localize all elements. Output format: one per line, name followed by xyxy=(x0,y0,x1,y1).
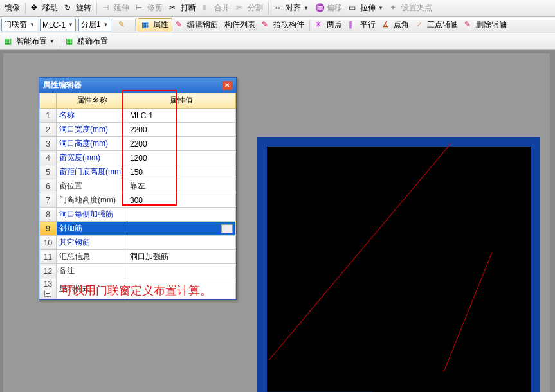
table-row[interactable]: 8洞口每侧加强筋 xyxy=(40,208,236,222)
attributes-icon: ▦ xyxy=(141,20,152,30)
propvalue-cell[interactable]: 靠左 xyxy=(127,179,236,193)
rebar-icon: ✎ xyxy=(176,20,186,30)
propname-cell: 窗距门底高度(mm) xyxy=(57,165,127,179)
stretch-icon: ▭ xyxy=(349,3,359,13)
move-button[interactable]: ✥移动 xyxy=(28,1,60,15)
threepoint-icon: ⟋ xyxy=(415,20,426,30)
align-button[interactable]: ↔对齐▼ xyxy=(271,1,311,15)
merge-icon: ⫴ xyxy=(203,3,213,13)
propvalue-cell[interactable] xyxy=(127,208,236,222)
property-grid: 属性名称 属性值 1名称MLC-12洞口宽度(mm)22003洞口高度(mm)2… xyxy=(39,93,236,299)
parallel-icon: ∥ xyxy=(349,20,359,30)
threepoint-button[interactable]: ⟋三点辅轴 xyxy=(413,18,460,31)
property-editor-panel: 属性编辑器 ✕ 属性名称 属性值 1名称MLC-12洞口宽度(mm)22003洞… xyxy=(39,77,237,300)
rotate-icon: ↻ xyxy=(64,3,75,13)
trim-button[interactable]: ⊢修剪 xyxy=(133,1,165,15)
propname-cell: 洞口每侧加强筋 xyxy=(57,208,127,222)
propvalue-cell[interactable]: 洞口加强筋 xyxy=(127,250,236,264)
propvalue-cell[interactable]: 2200 xyxy=(127,137,236,151)
annotation-text: 可以用门联窗定义布置计算。 xyxy=(61,283,212,298)
propvalue-cell[interactable]: MLC-1 xyxy=(127,109,236,123)
parallel-button[interactable]: ∥平行 xyxy=(346,18,378,31)
panel-titlebar[interactable]: 属性编辑器 ✕ xyxy=(39,78,236,93)
table-row[interactable]: 3洞口高度(mm)2200 xyxy=(40,137,236,151)
toolbar-component: 门联窗▼ MLC-1▼ 分层1▼ ✎ ▦属性 ✎编辑钢筋 构件列表 ✎拾取构件 … xyxy=(0,17,555,33)
propvalue-cell[interactable] xyxy=(127,236,236,250)
table-row[interactable]: 7门离地高度(mm)300 xyxy=(40,193,236,208)
propvalue-cell[interactable]: 300 xyxy=(127,193,236,208)
smart-icon: ▦ xyxy=(5,37,15,47)
table-row[interactable]: 2洞口宽度(mm)2200 xyxy=(40,123,236,137)
col-propname: 属性名称 xyxy=(57,93,127,109)
table-row[interactable]: 4窗宽度(mm)1200 xyxy=(40,151,236,165)
table-row[interactable]: 9斜加筋⋯ xyxy=(40,222,236,236)
rownum-cell: 4 xyxy=(40,151,57,165)
editrebar-button[interactable]: ✎编辑钢筋 xyxy=(173,18,221,31)
extend-icon: ⊣ xyxy=(102,3,113,13)
rownum-cell: 2 xyxy=(40,123,57,137)
table-row[interactable]: 10其它钢筋 xyxy=(40,236,236,250)
propname-cell: 其它钢筋 xyxy=(57,236,127,250)
deleteaxis-button[interactable]: ✎删除辅轴 xyxy=(462,18,509,31)
ellipsis-button[interactable]: ⋯ xyxy=(221,224,233,233)
expand-icon[interactable]: + xyxy=(44,290,51,297)
merge-button[interactable]: ⫴合并 xyxy=(200,1,232,15)
propname-cell: 名称 xyxy=(57,109,127,123)
propname-cell: 备注 xyxy=(57,264,127,278)
component-select[interactable]: MLC-1▼ xyxy=(40,19,76,31)
componentlist-button[interactable]: 构件列表 xyxy=(222,18,258,31)
propvalue-cell[interactable]: 150 xyxy=(127,165,236,179)
propname-cell: 汇总信息 xyxy=(57,250,127,264)
grip-icon: ✦ xyxy=(390,3,400,13)
table-row[interactable]: 5窗距门底高度(mm)150 xyxy=(40,165,236,179)
propname-cell: 洞口宽度(mm) xyxy=(57,123,127,137)
toolbar-layout: ▦智能布置▼ ▦精确布置 xyxy=(0,33,555,50)
preciselayout-button[interactable]: ▦精确布置 xyxy=(63,35,111,48)
split-button[interactable]: ✄分割 xyxy=(233,1,266,15)
propname-cell: 斜加筋 xyxy=(57,222,127,236)
propvalue-cell[interactable]: ⋯ xyxy=(127,222,236,236)
offset-button[interactable]: ♒偏移 xyxy=(313,1,345,15)
panel-title-text: 属性编辑器 xyxy=(43,80,82,91)
rownum-cell: 6 xyxy=(40,179,57,193)
pointangle-button[interactable]: ∡点角 xyxy=(379,18,412,31)
break-icon: ✂ xyxy=(169,3,179,13)
propvalue-cell[interactable]: 2200 xyxy=(127,123,236,137)
table-row[interactable]: 12备注 xyxy=(40,264,236,278)
rownum-cell: 3 xyxy=(40,137,57,151)
angle-icon: ∡ xyxy=(382,20,392,30)
precise-icon: ▦ xyxy=(66,37,76,47)
rownum-cell: 12 xyxy=(40,264,57,278)
propvalue-cell[interactable] xyxy=(127,264,236,278)
pickcomponent-button[interactable]: ✎拾取构件 xyxy=(259,18,307,31)
mirror-button[interactable]: 镜像 xyxy=(2,1,23,15)
table-row[interactable]: 11汇总信息洞口加强筋 xyxy=(40,250,236,264)
rownum-cell: 5 xyxy=(40,165,57,179)
smartlayout-button[interactable]: ▦智能布置▼ xyxy=(2,35,57,48)
rownum-cell: 8 xyxy=(40,208,57,222)
layer-select[interactable]: 分层1▼ xyxy=(78,19,111,31)
rownum-cell: 7 xyxy=(40,193,57,208)
delete-icon: ✎ xyxy=(464,20,475,30)
stretch-button[interactable]: ▭拉伸▼ xyxy=(346,1,386,15)
rownum-cell: 10 xyxy=(40,236,57,250)
rownum-cell: 9 xyxy=(40,222,57,236)
propvalue-cell[interactable]: 1200 xyxy=(127,151,236,165)
propname-cell: 窗位置 xyxy=(57,179,127,193)
move-icon: ✥ xyxy=(31,3,41,13)
table-row[interactable]: 6窗位置靠左 xyxy=(40,179,236,193)
category-select[interactable]: 门联窗▼ xyxy=(1,19,37,31)
brush-button[interactable]: ✎ xyxy=(116,19,132,31)
twopoint-icon: ✳ xyxy=(315,20,325,30)
trim-icon: ⊢ xyxy=(136,3,146,13)
toolbar-edit: 镜像 ✥移动 ↻旋转 ⊣延伸 ⊢修剪 ✂打断 ⫴合并 ✄分割 ↔对齐▼ ♒偏移 … xyxy=(0,0,555,17)
twopoint-button[interactable]: ✳两点 xyxy=(313,18,345,31)
break-button[interactable]: ✂打断 xyxy=(167,1,199,15)
attributes-button[interactable]: ▦属性 xyxy=(138,18,172,31)
rotate-button[interactable]: ↻旋转 xyxy=(62,1,94,15)
close-icon[interactable]: ✕ xyxy=(222,81,232,90)
extend-button[interactable]: ⊣延伸 xyxy=(100,1,132,15)
table-row[interactable]: 1名称MLC-1 xyxy=(40,109,236,123)
setgrip-button[interactable]: ✦设置夹点 xyxy=(387,1,435,15)
col-rownum xyxy=(40,93,57,109)
